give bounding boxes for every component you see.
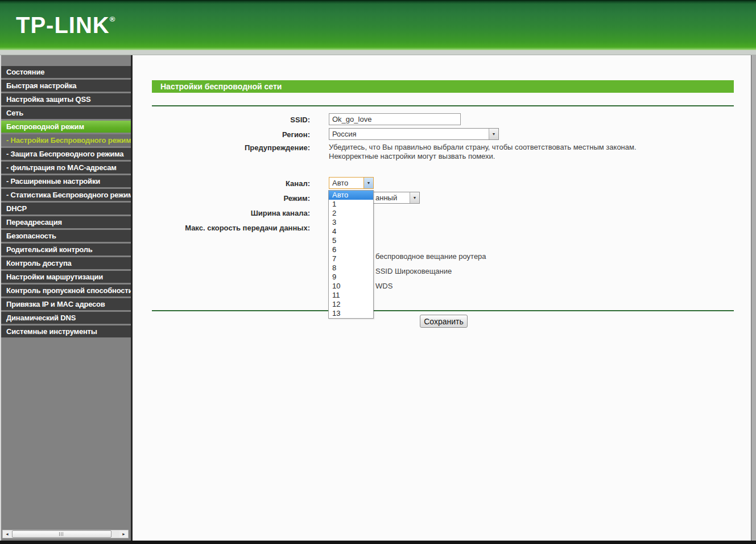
right-scrollbar[interactable] xyxy=(751,55,756,541)
channel-option[interactable]: 9 xyxy=(329,273,373,282)
sidebar-item[interactable]: Системные инструменты xyxy=(1,325,131,337)
mode-label: Режим: xyxy=(133,194,310,203)
ssid-input[interactable] xyxy=(329,113,461,125)
warning-text-line1: Убедитесь, что Вы правильно выбрали стра… xyxy=(329,143,637,151)
channel-option[interactable]: 12 xyxy=(329,300,373,309)
main-content: Настройки беспроводной сети SSID: Регион… xyxy=(133,55,756,541)
sidebar-item[interactable]: Настройки маршрутизации xyxy=(1,271,131,283)
sidebar-item[interactable]: Состояние xyxy=(1,66,131,78)
header-banner: TP-LINK® xyxy=(0,0,756,50)
channel-option[interactable]: 6 xyxy=(329,245,373,254)
scrollbar-grip-icon xyxy=(59,532,64,536)
router-admin-page: TP-LINK® СостояниеБыстрая настройкаНастр… xyxy=(0,0,756,544)
region-select-value: Россия xyxy=(332,130,357,138)
sidebar-item[interactable]: DHCP xyxy=(1,203,131,215)
channel-option[interactable]: 7 xyxy=(329,254,373,263)
channel-option[interactable]: 10 xyxy=(329,282,373,291)
sidebar-item[interactable]: Привязка IP и MAC адресов xyxy=(1,298,131,310)
channel-option[interactable]: 11 xyxy=(329,291,373,300)
sidebar-horizontal-scrollbar[interactable]: ◄ ► xyxy=(2,530,129,538)
scroll-left-icon[interactable]: ◄ xyxy=(3,530,11,538)
registered-mark-icon: ® xyxy=(110,15,116,23)
channel-option[interactable]: Авто xyxy=(329,191,373,200)
sidebar-menu: СостояниеБыстрая настройкаНастройка защи… xyxy=(1,66,131,337)
save-button[interactable]: Сохранить xyxy=(420,315,468,328)
header-divider xyxy=(0,50,756,55)
enable-wireless-broadcast-label: беспроводное вещание роутера xyxy=(375,252,486,261)
scrollbar-track[interactable] xyxy=(11,530,119,538)
warning-text-line2: Некорректные настройки могут вызвать пом… xyxy=(329,152,495,160)
channel-option[interactable]: 13 xyxy=(329,309,373,318)
sidebar-item[interactable]: Контроль пропускной способности xyxy=(1,285,131,296)
sidebar-item[interactable]: - Статистика Беспроводного режима xyxy=(1,189,131,201)
sidebar-nav: СостояниеБыстрая настройкаНастройка защи… xyxy=(0,55,131,541)
section-divider-top xyxy=(152,105,734,106)
sidebar-item[interactable]: Динамический DNS xyxy=(1,312,131,324)
section-divider-bottom xyxy=(152,310,734,311)
enable-wds-label: WDS xyxy=(375,282,393,290)
ssid-label: SSID: xyxy=(133,116,310,124)
sidebar-item[interactable]: - Защита Беспроводного режима xyxy=(1,148,131,160)
sidebar-item[interactable]: Переадресация xyxy=(1,216,131,228)
sidebar-item[interactable]: Сеть xyxy=(1,107,131,119)
max-rate-label: Макс. скорость передачи данных: xyxy=(133,224,310,232)
channel-select-value: Авто xyxy=(332,179,348,187)
sidebar-item[interactable]: Настройка защиты QSS xyxy=(1,93,131,105)
sidebar-item[interactable]: Безопасность xyxy=(1,230,131,242)
sidebar-item[interactable]: Родительский контроль xyxy=(1,244,131,255)
region-select[interactable]: Россия ▼ xyxy=(329,128,499,140)
channel-option[interactable]: 5 xyxy=(329,236,373,245)
region-label: Регион: xyxy=(133,130,310,139)
channel-option[interactable]: 4 xyxy=(329,227,373,236)
chevron-down-icon[interactable]: ▼ xyxy=(489,129,498,139)
sidebar-item[interactable]: Контроль доступа xyxy=(1,257,131,269)
channel-option[interactable]: 8 xyxy=(329,263,373,273)
enable-ssid-broadcast-label: SSID Широковещание xyxy=(375,267,452,275)
channel-dropdown-list: Авто12345678910111213 xyxy=(328,190,374,319)
channel-label: Канал: xyxy=(133,179,310,188)
channel-select[interactable]: Авто ▼ xyxy=(329,177,374,189)
sidebar-item[interactable]: - фильтрация по MAC-адресам xyxy=(1,162,131,174)
logo-text: TP-LINK xyxy=(16,13,110,38)
channel-width-label: Ширина канала: xyxy=(133,209,310,217)
sidebar-item[interactable]: - Расширенные настройки xyxy=(1,175,131,187)
scroll-right-icon[interactable]: ► xyxy=(119,530,128,538)
chevron-down-icon[interactable]: ▼ xyxy=(410,192,419,203)
scrollbar-thumb[interactable] xyxy=(12,530,111,538)
channel-option[interactable]: 1 xyxy=(329,200,373,209)
bottom-border xyxy=(0,541,756,544)
page-title: Настройки беспроводной сети xyxy=(152,80,734,93)
channel-option[interactable]: 2 xyxy=(329,209,373,218)
channel-option[interactable]: 3 xyxy=(329,218,373,227)
warning-label: Предупреждение: xyxy=(133,143,310,152)
tplink-logo: TP-LINK® xyxy=(16,13,115,38)
sidebar-item[interactable]: Быстрая настройка xyxy=(1,80,131,92)
sidebar-item[interactable]: - Настройки Беспроводного режима xyxy=(1,134,131,146)
mode-select-value: анный xyxy=(375,193,397,202)
sidebar-item[interactable]: Беспроводной режим xyxy=(1,121,131,133)
chevron-down-icon[interactable]: ▼ xyxy=(363,178,373,188)
